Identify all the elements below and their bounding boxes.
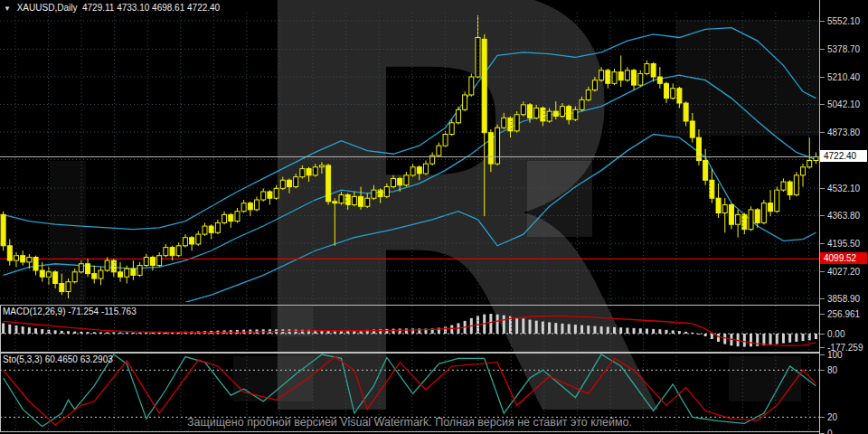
macd-signal-value: -115.763 (101, 307, 137, 316)
price-tick-label: 4532.10 (827, 184, 860, 193)
price-scale-separator (819, 0, 820, 434)
horizontal-level-badge: 4099.52 (820, 252, 867, 264)
ohlc-low: 4698.61 (152, 3, 184, 13)
sto-tick-label: 0 (827, 429, 833, 434)
price-tick-label: 3858.90 (827, 294, 860, 304)
sto-tick-label: 80 (827, 365, 837, 375)
sto-name: Sto(5,3,3) (3, 354, 42, 364)
price-tick-label: 4027.20 (827, 267, 860, 277)
watermark-trial-text: Защищено пробной версией Visual Watermar… (0, 416, 819, 429)
price-tick-label: 4873.80 (827, 127, 860, 137)
price-tick-label: 5042.10 (827, 99, 860, 109)
sto-d-value: 63.2903 (80, 354, 113, 364)
ohlc-high: 4733.10 (117, 3, 149, 13)
symbol-triangle-icon: ▼ (4, 5, 11, 13)
chart-canvas[interactable] (0, 0, 868, 434)
sto-tick-label: 20 (827, 412, 837, 422)
sto-tick-label: 100 (827, 350, 843, 360)
stochastic-indicator-label: Sto(5,3,3) 60.4650 63.2903 (3, 354, 113, 364)
symbol-ohlc-header: ▼ XAUUSD,Daily 4729.11 4733.10 4698.61 4… (4, 3, 220, 13)
macd-value: -71.254 (68, 307, 99, 316)
symbol-timeframe-label: XAUUSD,Daily (17, 3, 78, 13)
price-tick-label: 4363.80 (827, 211, 860, 221)
ohlc-open: 4729.11 (82, 3, 114, 13)
price-tick-label: 5210.40 (827, 72, 860, 82)
price-tick-label: 5552.10 (827, 16, 860, 26)
price-tick-label: 4195.50 (827, 239, 860, 249)
macd-tick-label: 0.00 (827, 329, 844, 339)
macd-indicator-label: MACD(12,26,9) -71.254 -115.763 (3, 307, 137, 316)
sto-k-value: 60.4650 (45, 354, 78, 364)
trading-terminal-chart: R ▼ XAUUSD,Daily 4729.11 4733.10 4698.61… (0, 0, 868, 434)
macd-tick-label: 256.961 (827, 309, 860, 319)
price-tick-label: 5378.70 (827, 44, 860, 54)
current-price-badge: 4722.40 (820, 150, 867, 162)
macd-name: MACD(12,26,9) (3, 307, 65, 316)
ohlc-close: 4722.40 (187, 3, 220, 13)
